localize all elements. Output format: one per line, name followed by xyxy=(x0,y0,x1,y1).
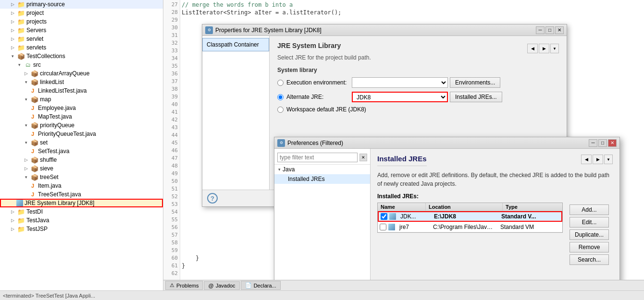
javadoc-icon: @ xyxy=(208,283,213,288)
execution-env-select[interactable] xyxy=(352,77,448,88)
workspace-default-radio[interactable] xyxy=(277,107,284,113)
jre-desc: Select JRE for the project build path. xyxy=(277,54,502,61)
jdk8-checkbox[interactable] xyxy=(381,213,387,220)
tree-label: TestCollections xyxy=(26,53,65,60)
prefs-back-button[interactable]: ◀ xyxy=(581,155,592,164)
help-button[interactable]: ? xyxy=(207,193,218,204)
status-text: <terminated> TreeSetTest [Java Appli... xyxy=(3,293,95,299)
tree-item-linkedlist[interactable]: ▾ 📦 linkedList xyxy=(0,78,163,86)
tree-item-priorityqueuetest[interactable]: J PriorityQueueTest.java xyxy=(0,130,163,138)
jre7-checkbox[interactable] xyxy=(380,224,386,230)
nav-dropdown[interactable]: ▼ xyxy=(550,44,559,53)
tree-item-sieve[interactable]: ▷ 📦 sieve xyxy=(0,164,163,173)
jre-icon xyxy=(16,200,23,206)
tree-item-primary-source[interactable]: ▷ 📁 primary-source xyxy=(0,0,163,9)
java-icon: J xyxy=(29,191,37,198)
tree-label: circularArrayQueue xyxy=(40,70,89,77)
filter-input[interactable] xyxy=(277,153,358,162)
installed-jres-button[interactable]: Installed JREs... xyxy=(450,92,502,102)
tree-item-employee[interactable]: J Employee.java xyxy=(0,104,163,112)
jre-row-jdk8[interactable]: JDK... E:\JDK8 Standard V... xyxy=(378,211,562,222)
tree-label: TestDI xyxy=(26,208,43,215)
tree-item-src[interactable]: ▾ 🗂 src xyxy=(0,60,163,69)
environments-button[interactable]: Environments... xyxy=(450,77,500,88)
tree-item-treeset[interactable]: ▾ 📦 treeSet xyxy=(0,173,163,181)
tree-label: servlets xyxy=(26,44,46,51)
duplicate-jre-button[interactable]: Duplicate... xyxy=(570,229,609,240)
tab-problems[interactable]: ⚠ Problems xyxy=(165,281,203,290)
tree-item-settest[interactable]: J SetTest.java xyxy=(0,147,163,156)
java-icon: J xyxy=(29,147,37,155)
jre7-location: C:\Program Files\Java\jre7 xyxy=(430,223,497,231)
dialog-preferences: ⚙ Preferences (Filtered) ─ □ ✕ ✕ ▾ Java … xyxy=(274,137,620,300)
prefs-minimize-button[interactable]: ─ xyxy=(589,139,597,147)
tree-item-testjsp[interactable]: ▷ 📁 TestJSP xyxy=(0,225,163,233)
maximize-button[interactable]: □ xyxy=(545,26,554,34)
tab-declaration-label: Declara... xyxy=(254,283,276,288)
package-icon: 📦 xyxy=(31,139,38,146)
tree-item-map[interactable]: ▾ 📦 map xyxy=(0,95,163,104)
tab-javadoc[interactable]: @ Javadoc xyxy=(204,281,239,290)
tree-item-maptest[interactable]: J MapTest.java xyxy=(0,112,163,121)
tree-item-servlets[interactable]: ▷ 📁 servlets xyxy=(0,43,163,52)
prefs-content-panel: Installed JREs ◀ ▶ ▼ Add, remove or edit… xyxy=(371,149,619,300)
tree-item-servlet[interactable]: ▷ 📁 servlet xyxy=(0,35,163,43)
tree-item-servers[interactable]: ▷ 📁 Servers xyxy=(0,26,163,35)
status-bar: <terminated> TreeSetTest [Java Appli... xyxy=(0,290,644,300)
folder-icon: 📁 xyxy=(17,208,25,216)
back-button[interactable]: ◀ xyxy=(527,44,538,53)
jre-row-jre7[interactable]: jre7 C:\Program Files\Java\jre7 Standard… xyxy=(378,222,562,232)
remove-jre-button[interactable]: Remove xyxy=(570,242,609,252)
minimize-button[interactable]: ─ xyxy=(536,26,545,34)
installed-jres-title: Installed JREs xyxy=(377,155,427,166)
tree-item-projects[interactable]: ▷ 📁 projects xyxy=(0,17,163,26)
search-jre-button[interactable]: Search... xyxy=(570,254,609,265)
alternate-jre-radio[interactable] xyxy=(277,94,284,100)
alternate-jre-select[interactable]: JDK8 xyxy=(352,92,448,102)
tree-item-treesettest[interactable]: J TreeSetTest.java xyxy=(0,190,163,199)
java-expand-arrow: ▾ xyxy=(278,167,281,172)
folder-icon: 📁 xyxy=(17,225,25,233)
tree-item-item[interactable]: J Item.java xyxy=(0,181,163,190)
declaration-icon: 📄 xyxy=(245,282,252,288)
tree-item-testjava[interactable]: ▷ 📁 TestJava xyxy=(0,216,163,225)
filter-clear-button[interactable]: ✕ xyxy=(359,154,367,161)
expand-arrow: ▾ xyxy=(22,78,30,86)
jdk8-location: E:\JDK8 xyxy=(431,212,498,221)
installed-jres-tree-label: Installed JREs xyxy=(288,176,325,182)
tree-item-priorityqueue[interactable]: ▾ 📦 priorityQueue xyxy=(0,121,163,130)
expand-arrow: ▾ xyxy=(9,52,16,60)
code-line-28: ListIterator<String> aIter = a.listItera… xyxy=(182,9,341,16)
prefs-tree-panel: ✕ ▾ Java Installed JREs xyxy=(274,149,371,300)
classpath-container-item[interactable]: Classpath Container xyxy=(202,38,269,51)
tree-item-circulararrayqueue[interactable]: ▷ 📦 circularArrayQueue xyxy=(0,69,163,78)
tree-label: linkedList xyxy=(40,79,64,85)
execution-env-radio[interactable] xyxy=(277,80,284,86)
tree-item-linkedlisttest[interactable]: J LinkedListTest.java xyxy=(0,86,163,95)
java-icon: J xyxy=(29,104,37,112)
tree-item-shuffle[interactable]: ▷ 📦 shuffle xyxy=(0,156,163,164)
tree-item-set[interactable]: ▾ 📦 set xyxy=(0,138,163,147)
tree-label: priorityQueue xyxy=(40,122,74,129)
java-tree-node[interactable]: ▾ Java xyxy=(274,165,370,174)
tree-item-testdi[interactable]: ▷ 📁 TestDI xyxy=(0,207,163,216)
alternate-jre-combo: JDK8 Installed JREs... xyxy=(352,92,502,102)
close-button[interactable]: ✕ xyxy=(555,26,564,34)
prefs-maximize-button[interactable]: □ xyxy=(598,139,607,147)
tab-declaration[interactable]: 📄 Declara... xyxy=(241,281,281,290)
prefs-close-button[interactable]: ✕ xyxy=(608,139,617,147)
expand-arrow: ▷ xyxy=(22,165,30,172)
tree-item-testcollections[interactable]: ▾ 📦 TestCollections xyxy=(0,52,163,60)
prefs-forward-button[interactable]: ▶ xyxy=(593,155,603,164)
dialog-prefs-titlebar: ⚙ Preferences (Filtered) ─ □ ✕ xyxy=(274,137,619,149)
tree-item-project[interactable]: ▷ 📁 project xyxy=(0,9,163,17)
add-jre-button[interactable]: Add... xyxy=(570,204,609,215)
dialog-prefs-title-text: Preferences (Filtered) xyxy=(287,140,343,146)
forward-button[interactable]: ▶ xyxy=(539,44,549,53)
installed-jres-tree-node[interactable]: Installed JREs xyxy=(274,174,370,184)
tree-item-jre-library[interactable]: JRE System Library [JDK8] xyxy=(0,199,163,207)
prefs-nav-dropdown[interactable]: ▼ xyxy=(604,155,613,164)
dialog-jre-titlebar: ⚙ Properties for JRE System Library [JDK… xyxy=(202,24,567,36)
expand-arrow: ▷ xyxy=(9,18,16,25)
edit-jre-button[interactable]: Edit... xyxy=(570,217,609,228)
